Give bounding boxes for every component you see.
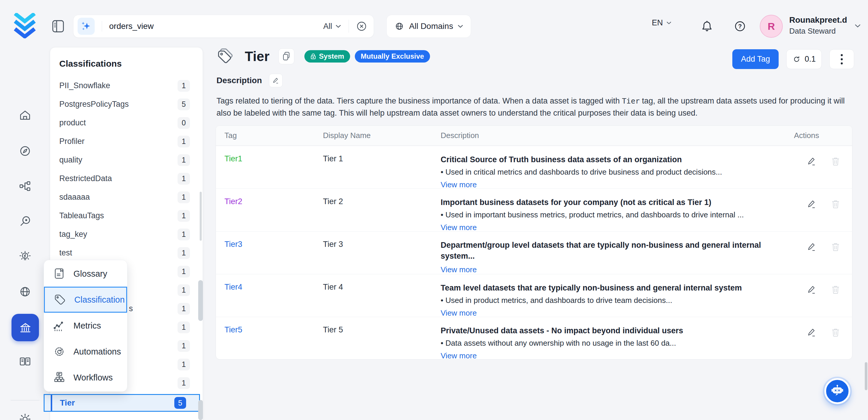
ai-sparkle-icon[interactable] [78, 18, 95, 35]
tag-link[interactable]: Tier1 [224, 154, 242, 163]
edit-icon[interactable] [806, 242, 817, 252]
delete-icon[interactable] [831, 242, 841, 252]
language-dropdown[interactable]: EN [652, 18, 671, 27]
list-item[interactable]: Profiler1 [50, 132, 203, 151]
list-item[interactable]: product0 [50, 114, 203, 132]
tag-link[interactable]: Tier2 [224, 197, 242, 206]
edit-description-button[interactable] [269, 74, 283, 87]
nav-insights-icon[interactable] [18, 250, 32, 263]
menu-item-metrics[interactable]: Metrics [44, 313, 127, 338]
count-badge: 1 [178, 229, 190, 240]
list-item[interactable]: test1 [50, 244, 203, 262]
list-item[interactable]: PostgresPolicyTags5 [50, 95, 203, 114]
display-name-cell: Tier 4 [323, 282, 441, 317]
version-refresh-button[interactable]: 0.1 [786, 49, 822, 69]
col-header-description: Description [441, 131, 784, 140]
lock-icon [310, 53, 316, 60]
user-menu-chevron-icon[interactable] [855, 24, 861, 28]
nav-domains-icon[interactable] [18, 285, 32, 299]
panel-scrollbar-thumb[interactable] [198, 280, 203, 321]
nav-home-icon[interactable] [18, 109, 32, 122]
kebab-menu-button[interactable] [829, 49, 854, 69]
description-label: Description [216, 76, 262, 85]
search-input[interactable]: orders_view [109, 22, 323, 31]
view-more-link[interactable]: View more [441, 223, 476, 232]
page-scrollbar-thumb[interactable] [865, 362, 867, 390]
menu-item-glossary[interactable]: Glossary [44, 261, 127, 287]
add-tag-button[interactable]: Add Tag [732, 49, 779, 69]
chevron-down-icon [458, 25, 463, 28]
topbar: orders_view All All Domains EN [0, 0, 868, 53]
tag-link[interactable]: Tier3 [224, 240, 242, 249]
delete-icon[interactable] [831, 156, 841, 167]
chat-assistant-button[interactable] [824, 378, 850, 404]
page-title: Tier [245, 49, 270, 64]
tag-link[interactable]: Tier4 [224, 282, 242, 291]
panel-scrollbar-thumb[interactable] [200, 192, 202, 241]
panel-scrollbar-thumb[interactable] [198, 400, 203, 420]
edit-icon[interactable] [806, 199, 817, 209]
menu-item-workflows[interactable]: Workflows [44, 365, 127, 390]
nav-discover-icon[interactable] [18, 144, 32, 158]
nav-lineage-icon[interactable] [18, 179, 32, 193]
delete-icon[interactable] [831, 199, 841, 209]
description-bullet: • Data assets without any ownership with… [441, 338, 772, 348]
user-menu[interactable]: Rounakpreet.d Data Steward [789, 16, 847, 36]
governance-flyout-menu: Glossary Classification Metrics Automa [44, 260, 127, 392]
glossary-book-icon [53, 267, 66, 280]
list-item[interactable]: quality1 [50, 151, 203, 169]
sidebar-item-tier-selected[interactable]: Tier 5 [44, 394, 200, 412]
avatar-initial: R [768, 21, 775, 32]
list-item[interactable]: TableauTags1 [50, 206, 203, 225]
all-domains-dropdown[interactable]: All Domains [386, 15, 471, 38]
notifications-bell-icon[interactable] [700, 20, 714, 34]
global-search[interactable]: orders_view All [73, 15, 374, 38]
edit-icon[interactable] [806, 156, 817, 167]
sidebar-toggle-icon[interactable] [52, 20, 65, 33]
view-more-link[interactable]: View more [441, 265, 476, 274]
tier-tags-table: Tag Display Name Description Actions Tie… [216, 125, 852, 360]
nav-settings-icon[interactable] [18, 412, 32, 420]
list-item[interactable]: sdaaaaa1 [50, 188, 203, 206]
clear-circle-icon[interactable] [355, 20, 368, 32]
count-badge: 1 [178, 210, 190, 222]
svg-text:?: ? [738, 23, 742, 30]
view-more-link[interactable]: View more [441, 180, 476, 189]
avatar[interactable]: R [760, 15, 783, 38]
description-title: Department/group level datasets that are… [441, 240, 772, 262]
edit-icon[interactable] [806, 284, 817, 295]
list-item[interactable]: tag_key1 [50, 225, 203, 244]
description-bullet: • Used in critical metrics and dashboard… [441, 168, 772, 177]
count-badge: 1 [178, 322, 190, 333]
view-more-link[interactable]: View more [441, 308, 476, 318]
nav-governance-active[interactable] [11, 314, 39, 341]
count-badge: 5 [178, 98, 190, 110]
atlan-logo[interactable] [13, 13, 36, 38]
nav-rail [0, 53, 50, 420]
delete-icon[interactable] [831, 327, 841, 338]
menu-item-automations[interactable]: Automations [44, 338, 127, 365]
list-item[interactable]: PII_Snowflake1 [50, 77, 203, 95]
description-bullet: • Used in product metrics, and dashboard… [441, 296, 772, 305]
table-row: Tier1 Tier 1 Critical Source of Truth bu… [216, 146, 852, 188]
tag-link[interactable]: Tier5 [224, 325, 242, 334]
table-row: Tier5 Tier 5 Private/Unused data assets … [216, 317, 852, 360]
search-scope-dropdown[interactable]: All [323, 22, 349, 31]
description-title: Private/Unused data assets - No impact b… [441, 325, 772, 336]
tags-icon [216, 48, 235, 65]
edit-icon[interactable] [806, 327, 817, 338]
description-bullet: • Used in important business metrics, pr… [441, 210, 772, 219]
metrics-chart-icon [53, 319, 66, 332]
list-item[interactable]: RestrictedData1 [50, 169, 203, 188]
col-header-actions: Actions [784, 131, 852, 140]
copy-icon[interactable] [278, 49, 294, 64]
view-more-link[interactable]: View more [441, 351, 476, 360]
description-title: Critical Source of Truth business data a… [441, 154, 772, 165]
delete-icon[interactable] [831, 284, 841, 295]
count-badge: 1 [178, 136, 190, 148]
nav-profile-search-icon[interactable] [18, 215, 32, 228]
help-icon[interactable]: ? [733, 20, 747, 33]
description-row: Description [216, 74, 283, 87]
menu-item-classification[interactable]: Classification [44, 287, 127, 313]
nav-reference-icon[interactable] [18, 355, 32, 368]
